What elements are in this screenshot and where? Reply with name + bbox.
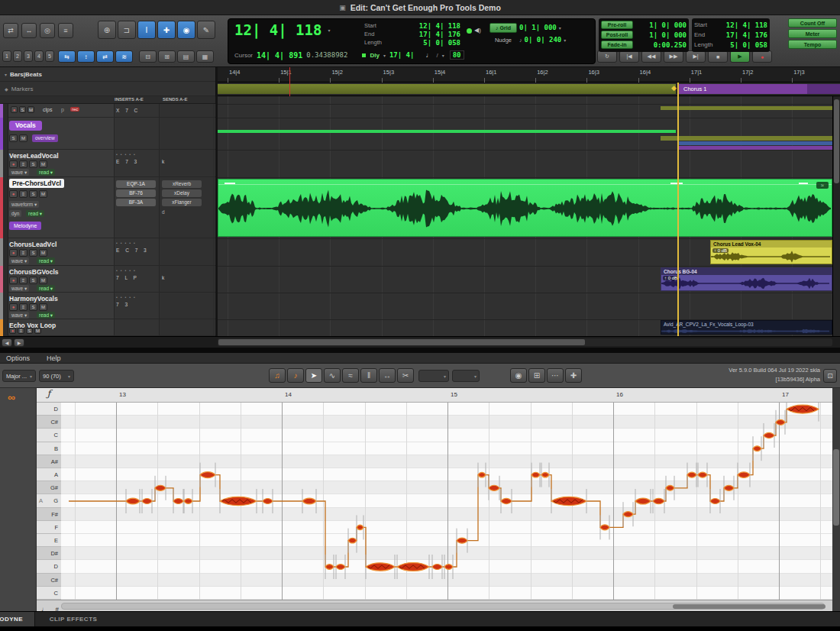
tempo-button[interactable]: Tempo	[788, 40, 837, 49]
nudge-value[interactable]: 0| 0| 240	[525, 36, 562, 44]
melodyne-bar-ruler[interactable]: 1314151617	[61, 388, 832, 403]
memory-location-3[interactable]: 3	[24, 50, 33, 62]
timing-tool-button[interactable]: ↔	[379, 368, 396, 383]
bars-beats-ruler-label[interactable]: Bars|Beats	[10, 71, 42, 78]
track-view-selector[interactable]: wave ▾	[9, 257, 29, 264]
melodyne-hscrollbar[interactable]	[61, 603, 825, 610]
track-name[interactable]: ChorusLeadVcl	[9, 240, 57, 249]
inserts-slots[interactable]: 7 L P	[116, 275, 139, 280]
track-record-button[interactable]: ●	[9, 160, 18, 168]
zoom-preset-4-button[interactable]: ≋	[115, 50, 133, 63]
track-mute-button[interactable]: M	[34, 328, 41, 334]
track-mute-button[interactable]: M	[39, 277, 47, 284]
edit-canvas[interactable]: ≈ Chorus Lead Vox-04 ↑ 0 dB Chorus BG-04…	[218, 96, 832, 336]
automation-read[interactable]: read ▾	[26, 210, 44, 217]
send-slot[interactable]: d	[162, 209, 165, 215]
link-track-edit-button[interactable]: ⊞	[158, 50, 176, 63]
clef-icon[interactable]: ƒ	[37, 388, 61, 403]
automation-read[interactable]: read ▾	[37, 285, 55, 292]
pane-divider[interactable]	[0, 348, 840, 353]
speaker-icon[interactable]: ◀)	[474, 27, 481, 34]
timeline-end[interactable]: 17| 4| 176	[726, 31, 767, 39]
track-row-harmonyvocals[interactable]: HarmonyVocals●≡SMwave ▾read ▾•••••7 3	[0, 293, 216, 319]
melodyne-pitch-ruler[interactable]: DC#CBA#AG#GAF#FED#DC#C	[37, 403, 61, 600]
scrollbar-thumb[interactable]	[833, 449, 839, 526]
insert-eqp-1a[interactable]: EQP-1A	[116, 180, 156, 188]
grid-snap-button[interactable]: ⊞	[528, 368, 545, 383]
track-row-chorusleadvcl[interactable]: ChorusLeadVcl●≡SMwave ▾read ▾•••••E C 7 …	[0, 238, 216, 266]
marker-region-chorus-tail[interactable]	[807, 84, 840, 94]
track-mute-button[interactable]: M	[39, 249, 47, 257]
track-solo-button[interactable]: S	[29, 190, 37, 198]
rewind-button[interactable]: ◀◀	[641, 50, 661, 63]
memory-location-4[interactable]: 4	[34, 50, 44, 62]
slip-mode-button[interactable]: ↔	[21, 23, 37, 38]
track-input-button[interactable]: M	[19, 134, 27, 142]
fadein-button[interactable]: Fade-in	[601, 40, 633, 49]
clip-gain-badge[interactable]: ↑ 0 dB	[712, 248, 729, 253]
fadein-value[interactable]: 0:00.250	[654, 41, 687, 49]
audio-clip-prechorus-vocal[interactable]: ≈	[218, 179, 832, 237]
track-name[interactable]: Vocals	[9, 121, 42, 131]
main-counter[interactable]: 12| 4| 118 ▾	[234, 21, 330, 38]
track-view-selector[interactable]: waveform ▾	[9, 201, 39, 208]
clip-gain-line[interactable]	[218, 184, 832, 185]
amplitude-tool-button[interactable]: ‖	[360, 368, 377, 383]
track-row-clps[interactable]: ●SMclpsprecX 7 C	[0, 104, 216, 118]
automation-read[interactable]: read ▾	[37, 312, 55, 319]
sends-slots[interactable]: k	[162, 159, 166, 164]
track-input-button[interactable]: ≡	[19, 303, 27, 311]
chevron-down-icon[interactable]: ▾	[5, 72, 7, 77]
fast-forward-button[interactable]: ▶▶	[664, 50, 683, 63]
markers-ruler-label[interactable]: Markers	[11, 86, 34, 92]
melodyne-vscrollbar[interactable]	[832, 388, 840, 611]
track-view-selector[interactable]: overview	[32, 134, 58, 142]
automation-read[interactable]: read ▾	[37, 169, 55, 176]
track-solo-button[interactable]: S	[29, 277, 37, 284]
track-record-button[interactable]: ●	[9, 303, 18, 311]
track-record-button[interactable]: S	[9, 134, 18, 142]
track-row-pre-chorsldvcl[interactable]: Pre-ChorsLdVcl●≡SMwaveform ▾dynread ▾Mel…	[0, 177, 216, 238]
clip-effects-icon[interactable]: ≈	[816, 182, 829, 189]
link-timeline-edit-button[interactable]: ⊟	[139, 50, 157, 63]
timeline-start[interactable]: 12| 4| 118	[726, 21, 767, 29]
track-input-button[interactable]: ≡	[19, 190, 27, 198]
note-separation-tool-button[interactable]: ✂	[397, 368, 414, 383]
window-mode-button[interactable]: ⊡	[823, 369, 837, 383]
mirrored-midi-button[interactable]: ▤	[177, 50, 195, 63]
track-name[interactable]: HarmonyVocals	[9, 294, 58, 303]
selection-length[interactable]: 5| 0| 058	[423, 39, 460, 47]
chevron-down-icon[interactable]: ▾	[383, 53, 386, 58]
melodyne-note-grid[interactable]	[61, 403, 832, 600]
postroll-value[interactable]: 1| 0| 000	[649, 31, 687, 39]
clip-name[interactable]: Chorus Lead Vox-04	[711, 241, 832, 248]
timeline-length[interactable]: 5| 0| 058	[730, 41, 767, 49]
audio-clip-chorus-lead[interactable]: Chorus Lead Vox-04 ↑ 0 dB	[710, 240, 832, 264]
markers-lane[interactable]: ◆ Chorus 1	[218, 83, 840, 96]
chord-track-button[interactable]: ♫	[269, 368, 286, 383]
track-input-button[interactable]: ≡	[19, 277, 27, 284]
input-monitor-icon[interactable]	[467, 28, 472, 34]
scroll-left-button[interactable]: ◀	[2, 338, 12, 347]
selector-tool-button[interactable]: I	[137, 21, 156, 39]
inserts-slots[interactable]: X 7 C	[116, 108, 157, 113]
track-solo-button[interactable]: S	[29, 160, 37, 168]
record-button[interactable]: ●	[752, 50, 772, 63]
track-record-button[interactable]: ●	[9, 249, 18, 257]
track-solo-button[interactable]: S	[29, 303, 37, 311]
clip-gain-breakpoint[interactable]	[799, 183, 808, 184]
preroll-value[interactable]: 1| 0| 000	[649, 21, 687, 29]
stop-button[interactable]: ■	[708, 50, 728, 63]
scrollbar-thumb[interactable]	[834, 99, 839, 183]
track-input-button[interactable]: ≡	[18, 328, 24, 334]
track-row-vocals[interactable]: VocalsSMoverview	[0, 118, 216, 150]
chevron-down-icon[interactable]: ▾	[564, 37, 566, 43]
grid-mode-button[interactable]: ≡	[58, 23, 73, 38]
tab-melodyne[interactable]: MELODYNE	[0, 612, 35, 626]
go-to-end-button[interactable]: ▶|	[686, 50, 706, 63]
play-button[interactable]: ▶	[730, 50, 750, 63]
insert-bf-3a[interactable]: BF-3A	[116, 199, 156, 206]
track-name[interactable]: clps	[43, 107, 52, 112]
chevron-down-icon[interactable]: ▾	[442, 53, 444, 58]
pencil-tool-button[interactable]: ✎	[197, 21, 215, 39]
